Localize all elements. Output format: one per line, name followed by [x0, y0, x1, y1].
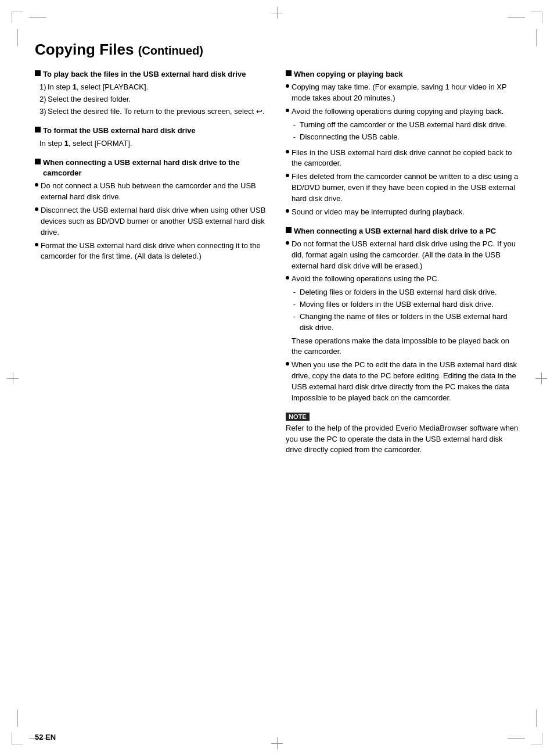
bullet-pc-2: Avoid the following operations using the…: [286, 274, 519, 357]
section-copying: When copying or playing back Copying may…: [286, 69, 519, 217]
page-number: 52 EN: [35, 733, 56, 741]
side-line-lt: [17, 29, 18, 46]
sub-item-1: - Turning off the camcorder or the USB e…: [292, 120, 519, 131]
corner-mark-bl: [12, 733, 23, 744]
square-icon-4: [286, 70, 292, 76]
section-usb-camcorder-title: When connecting a USB external hard disk…: [43, 157, 268, 178]
bullet-dot: [286, 362, 289, 366]
bullet-dot: [35, 183, 38, 187]
step-1: 1) In step 1, select [PLAYBACK].: [39, 82, 268, 93]
page-title: Copying Files (Continued): [35, 41, 519, 59]
side-line-rb: [536, 710, 537, 727]
section-playback-heading: To play back the files in the USB extern…: [35, 69, 268, 80]
bullet-pc-1: Do not format the USB external hard disk…: [286, 239, 519, 272]
note-section: NOTE Refer to the help of the provided E…: [286, 412, 519, 456]
bullet-copy-4: Files deleted from the camcorder cannot …: [286, 171, 519, 205]
side-line-lb: [17, 710, 18, 727]
bullet-dot: [286, 209, 289, 213]
bullet-usb-2: Disconnect the USB external hard disk dr…: [35, 205, 268, 238]
side-line-rt: [536, 29, 537, 46]
crosshair-right: [535, 372, 547, 384]
sub-note: These operations make the data impossibl…: [292, 336, 519, 358]
usb-pc-bullets: Do not format the USB external hard disk…: [286, 239, 519, 404]
side-line-br: [508, 738, 525, 739]
bullet-usb-1: Do not connect a USB hub between the cam…: [35, 181, 268, 203]
bullet-usb-3: Format the USB external hard disk drive …: [35, 241, 268, 263]
sub-list-avoid: - Turning off the camcorder or the USB e…: [292, 120, 519, 143]
column-left: To play back the files in the USB extern…: [35, 69, 268, 464]
square-icon-1: [35, 70, 41, 76]
crosshair-bottom: [271, 737, 283, 749]
bullet-dot: [286, 109, 289, 112]
bullet-copy-5: Sound or video may be interrupted during…: [286, 207, 519, 218]
side-line-tr: [508, 17, 525, 18]
bullet-dot: [286, 241, 289, 245]
column-right: When copying or playing back Copying may…: [286, 69, 519, 464]
corner-mark-tl: [12, 12, 23, 23]
section-copying-heading: When copying or playing back: [286, 69, 519, 80]
bullet-copy-1: Copying may take time. (For example, sav…: [286, 82, 519, 104]
section-usb-pc-heading: When connecting a USB external hard disk…: [286, 226, 519, 237]
section-format-heading: To format the USB external hard disk dri…: [35, 126, 268, 136]
corner-mark-tr: [531, 12, 542, 23]
two-column-layout: To play back the files in the USB extern…: [35, 69, 519, 464]
section-format: To format the USB external hard disk dri…: [35, 126, 268, 149]
playback-steps: 1) In step 1, select [PLAYBACK]. 2) Sele…: [39, 82, 268, 117]
section-usb-pc: When connecting a USB external hard disk…: [286, 226, 519, 404]
section-usb-camcorder: When connecting a USB external hard disk…: [35, 157, 268, 262]
note-text: Refer to the help of the provided Everio…: [286, 423, 519, 456]
square-icon-5: [286, 227, 292, 233]
note-label: NOTE: [286, 413, 310, 421]
section-usb-camcorder-heading: When connecting a USB external hard disk…: [35, 157, 268, 178]
usb-camcorder-bullets: Do not connect a USB hub between the cam…: [35, 181, 268, 262]
square-icon-3: [35, 159, 41, 164]
sub-item-2: - Disconnecting the USB cable.: [292, 132, 519, 143]
format-text: In step 1, select [FORMAT].: [39, 138, 268, 149]
sub-pc-2: - Moving files or folders in the USB ext…: [292, 299, 519, 310]
crosshair-left: [7, 372, 19, 384]
step-3: 3) Select the desired file. To return to…: [39, 106, 268, 117]
bullet-dot: [35, 243, 38, 246]
bullet-dot: [286, 276, 289, 280]
section-format-title: To format the USB external hard disk dri…: [43, 126, 196, 136]
sub-list-pc: - Deleting files or folders in the USB e…: [292, 287, 519, 333]
bullet-copy-3: Files in the USB external hard disk driv…: [286, 148, 519, 170]
side-line-tl: [29, 17, 46, 18]
content-area: Copying Files (Continued) To play back t…: [35, 41, 519, 715]
bullet-dot: [286, 174, 289, 177]
crosshair-top: [271, 7, 283, 19]
bullet-dot: [35, 207, 38, 211]
section-playback: To play back the files in the USB extern…: [35, 69, 268, 117]
note-label-box: NOTE: [286, 412, 519, 423]
section-playback-title: To play back the files in the USB extern…: [43, 69, 246, 80]
section-usb-pc-title: When connecting a USB external hard disk…: [294, 226, 496, 237]
copying-bullets: Copying may take time. (For example, sav…: [286, 82, 519, 217]
bullet-copy-2: Avoid the following operations during co…: [286, 106, 519, 145]
page: Copying Files (Continued) To play back t…: [0, 0, 554, 756]
square-icon-2: [35, 127, 41, 132]
section-copying-title: When copying or playing back: [294, 69, 403, 80]
bullet-pc-3: When you use the PC to edit the data in …: [286, 360, 519, 403]
bullet-dot: [286, 84, 289, 88]
step-2: 2) Select the desired folder.: [39, 94, 268, 105]
corner-mark-br: [531, 733, 542, 744]
bullet-dot: [286, 150, 289, 153]
sub-pc-3: - Changing the name of files or folders …: [292, 311, 519, 334]
title-main: Copying Files: [35, 41, 134, 58]
sub-pc-1: - Deleting files or folders in the USB e…: [292, 287, 519, 298]
title-continued: (Continued): [138, 44, 203, 57]
